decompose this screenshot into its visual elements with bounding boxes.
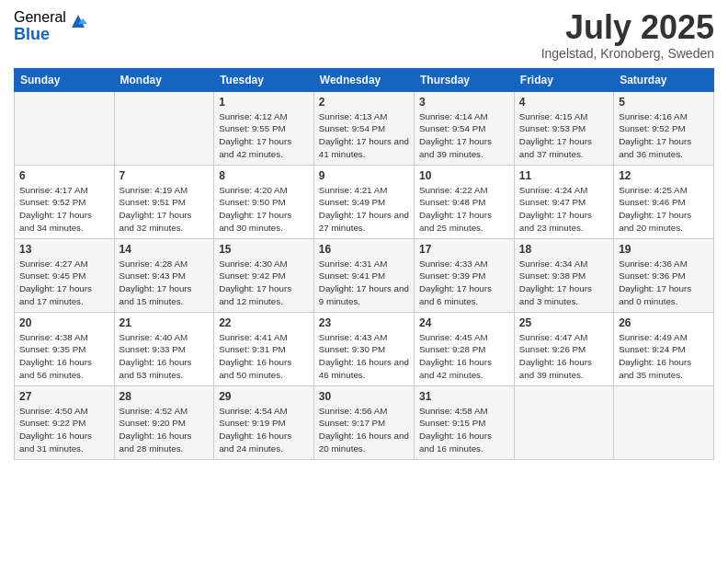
- cell-info: Sunrise: 4:45 AMSunset: 9:28 PMDaylight:…: [419, 331, 509, 382]
- cell-info: Sunrise: 4:12 AMSunset: 9:55 PMDaylight:…: [219, 110, 309, 161]
- table-row: 27Sunrise: 4:50 AMSunset: 9:22 PMDayligh…: [15, 385, 714, 459]
- cell-info: Sunrise: 4:33 AMSunset: 9:39 PMDaylight:…: [419, 258, 509, 308]
- table-cell: 15Sunrise: 4:30 AMSunset: 9:42 PMDayligh…: [214, 238, 314, 312]
- table-cell: 23Sunrise: 4:43 AMSunset: 9:30 PMDayligh…: [313, 312, 414, 385]
- table-cell: 30Sunrise: 4:56 AMSunset: 9:17 PMDayligh…: [313, 385, 414, 459]
- cell-day-number: 16: [319, 243, 409, 256]
- page: General Blue July 2025 Ingelstad, Kronob…: [0, 0, 728, 563]
- cell-day-number: 26: [619, 316, 709, 329]
- cell-info: Sunrise: 4:25 AMSunset: 9:46 PMDaylight:…: [619, 184, 709, 235]
- cell-day-number: 30: [319, 390, 409, 403]
- table-cell: [514, 385, 613, 459]
- table-cell: 19Sunrise: 4:36 AMSunset: 9:36 PMDayligh…: [614, 238, 714, 312]
- cell-info: Sunrise: 4:15 AMSunset: 9:53 PMDaylight:…: [519, 110, 609, 161]
- cell-day-number: 22: [219, 316, 309, 329]
- cell-day-number: 5: [619, 96, 709, 109]
- table-row: 1Sunrise: 4:12 AMSunset: 9:55 PMDaylight…: [15, 91, 714, 165]
- cell-info: Sunrise: 4:20 AMSunset: 9:50 PMDaylight:…: [219, 184, 309, 235]
- cell-info: Sunrise: 4:13 AMSunset: 9:54 PMDaylight:…: [319, 110, 409, 161]
- cell-day-number: 8: [219, 169, 309, 182]
- cell-info: Sunrise: 4:31 AMSunset: 9:41 PMDaylight:…: [319, 258, 409, 308]
- table-row: 13Sunrise: 4:27 AMSunset: 9:45 PMDayligh…: [15, 238, 714, 312]
- table-cell: 7Sunrise: 4:19 AMSunset: 9:51 PMDaylight…: [114, 165, 214, 238]
- table-cell: 14Sunrise: 4:28 AMSunset: 9:43 PMDayligh…: [114, 238, 214, 312]
- cell-info: Sunrise: 4:56 AMSunset: 9:17 PMDaylight:…: [319, 405, 409, 455]
- cell-info: Sunrise: 4:52 AMSunset: 9:20 PMDaylight:…: [119, 405, 210, 455]
- header: General Blue July 2025 Ingelstad, Kronob…: [14, 9, 714, 61]
- table-row: 20Sunrise: 4:38 AMSunset: 9:35 PMDayligh…: [15, 312, 714, 385]
- table-cell: 29Sunrise: 4:54 AMSunset: 9:19 PMDayligh…: [214, 385, 314, 459]
- calendar-table: Sunday Monday Tuesday Wednesday Thursday…: [14, 68, 714, 460]
- table-cell: 1Sunrise: 4:12 AMSunset: 9:55 PMDaylight…: [214, 91, 314, 165]
- col-sunday: Sunday: [15, 68, 115, 91]
- cell-day-number: 28: [119, 390, 210, 403]
- cell-day-number: 15: [219, 243, 309, 256]
- cell-day-number: 3: [419, 96, 509, 109]
- col-wednesday: Wednesday: [313, 68, 414, 91]
- table-cell: [114, 91, 214, 165]
- cell-day-number: 9: [319, 169, 409, 182]
- cell-info: Sunrise: 4:47 AMSunset: 9:26 PMDaylight:…: [519, 331, 609, 382]
- table-cell: 3Sunrise: 4:14 AMSunset: 9:54 PMDaylight…: [415, 91, 515, 165]
- location: Ingelstad, Kronoberg, Sweden: [541, 46, 714, 61]
- col-tuesday: Tuesday: [214, 68, 314, 91]
- cell-info: Sunrise: 4:54 AMSunset: 9:19 PMDaylight:…: [219, 405, 309, 455]
- table-cell: 11Sunrise: 4:24 AMSunset: 9:47 PMDayligh…: [514, 165, 613, 238]
- cell-info: Sunrise: 4:14 AMSunset: 9:54 PMDaylight:…: [419, 110, 509, 161]
- cell-day-number: 12: [619, 169, 709, 182]
- table-cell: 27Sunrise: 4:50 AMSunset: 9:22 PMDayligh…: [15, 385, 115, 459]
- table-cell: 6Sunrise: 4:17 AMSunset: 9:52 PMDaylight…: [15, 165, 115, 238]
- table-cell: 13Sunrise: 4:27 AMSunset: 9:45 PMDayligh…: [15, 238, 115, 312]
- table-cell: 16Sunrise: 4:31 AMSunset: 9:41 PMDayligh…: [313, 238, 414, 312]
- cell-day-number: 21: [119, 316, 210, 329]
- header-row: Sunday Monday Tuesday Wednesday Thursday…: [15, 68, 714, 91]
- logo-blue: Blue: [14, 26, 66, 44]
- cell-day-number: 11: [519, 169, 609, 182]
- table-cell: 9Sunrise: 4:21 AMSunset: 9:49 PMDaylight…: [313, 165, 414, 238]
- col-friday: Friday: [514, 68, 613, 91]
- cell-info: Sunrise: 4:58 AMSunset: 9:15 PMDaylight:…: [419, 405, 509, 455]
- table-cell: 24Sunrise: 4:45 AMSunset: 9:28 PMDayligh…: [415, 312, 515, 385]
- table-cell: 10Sunrise: 4:22 AMSunset: 9:48 PMDayligh…: [415, 165, 515, 238]
- table-cell: 20Sunrise: 4:38 AMSunset: 9:35 PMDayligh…: [15, 312, 115, 385]
- cell-day-number: 27: [19, 390, 109, 403]
- table-cell: [614, 385, 714, 459]
- table-cell: 25Sunrise: 4:47 AMSunset: 9:26 PMDayligh…: [514, 312, 613, 385]
- table-row: 6Sunrise: 4:17 AMSunset: 9:52 PMDaylight…: [15, 165, 714, 238]
- cell-info: Sunrise: 4:16 AMSunset: 9:52 PMDaylight:…: [619, 110, 709, 161]
- col-saturday: Saturday: [614, 68, 714, 91]
- logo-general: General: [14, 9, 66, 26]
- table-cell: 26Sunrise: 4:49 AMSunset: 9:24 PMDayligh…: [614, 312, 714, 385]
- cell-info: Sunrise: 4:34 AMSunset: 9:38 PMDaylight:…: [519, 258, 609, 308]
- table-cell: 31Sunrise: 4:58 AMSunset: 9:15 PMDayligh…: [415, 385, 515, 459]
- table-cell: 4Sunrise: 4:15 AMSunset: 9:53 PMDaylight…: [514, 91, 613, 165]
- table-cell: 12Sunrise: 4:25 AMSunset: 9:46 PMDayligh…: [614, 165, 714, 238]
- logo-text: General Blue: [14, 9, 66, 43]
- cell-day-number: 6: [19, 169, 109, 182]
- cell-info: Sunrise: 4:19 AMSunset: 9:51 PMDaylight:…: [119, 184, 210, 235]
- table-cell: 28Sunrise: 4:52 AMSunset: 9:20 PMDayligh…: [114, 385, 214, 459]
- cell-day-number: 7: [119, 169, 210, 182]
- cell-info: Sunrise: 4:40 AMSunset: 9:33 PMDaylight:…: [119, 331, 210, 382]
- cell-info: Sunrise: 4:17 AMSunset: 9:52 PMDaylight:…: [19, 184, 109, 235]
- cell-day-number: 31: [419, 390, 509, 403]
- logo: General Blue: [14, 9, 88, 43]
- cell-day-number: 4: [519, 96, 609, 109]
- cell-day-number: 24: [419, 316, 509, 329]
- cell-day-number: 19: [619, 243, 709, 256]
- cell-day-number: 18: [519, 243, 609, 256]
- cell-info: Sunrise: 4:50 AMSunset: 9:22 PMDaylight:…: [19, 405, 109, 455]
- cell-info: Sunrise: 4:28 AMSunset: 9:43 PMDaylight:…: [119, 258, 210, 308]
- col-thursday: Thursday: [415, 68, 515, 91]
- cell-info: Sunrise: 4:30 AMSunset: 9:42 PMDaylight:…: [219, 258, 309, 308]
- cell-info: Sunrise: 4:36 AMSunset: 9:36 PMDaylight:…: [619, 258, 709, 308]
- cell-day-number: 14: [119, 243, 210, 256]
- cell-day-number: 17: [419, 243, 509, 256]
- table-cell: 2Sunrise: 4:13 AMSunset: 9:54 PMDaylight…: [313, 91, 414, 165]
- cell-day-number: 1: [219, 96, 309, 109]
- cell-day-number: 25: [519, 316, 609, 329]
- cell-day-number: 13: [19, 243, 109, 256]
- cell-day-number: 10: [419, 169, 509, 182]
- cell-day-number: 20: [19, 316, 109, 329]
- cell-info: Sunrise: 4:24 AMSunset: 9:47 PMDaylight:…: [519, 184, 609, 235]
